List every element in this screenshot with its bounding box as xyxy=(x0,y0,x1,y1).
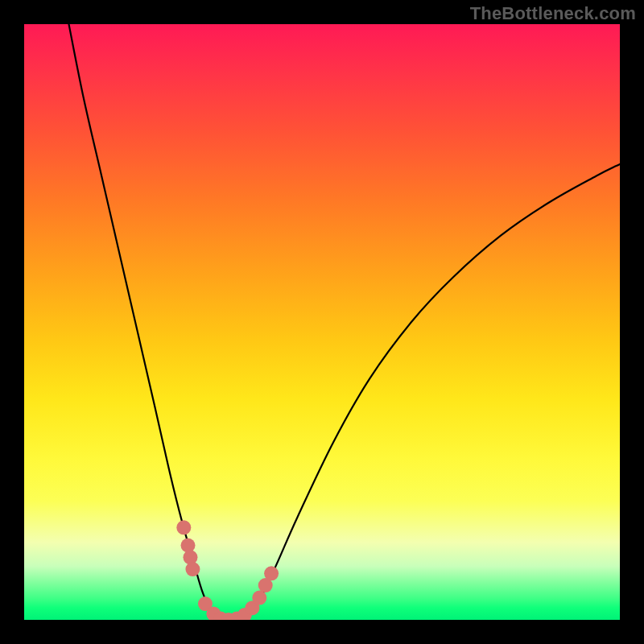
bottleneck-curve xyxy=(69,24,621,620)
watermark-text: TheBottleneck.com xyxy=(470,3,636,24)
curve-marker xyxy=(181,539,196,553)
curve-marker xyxy=(183,550,197,564)
curve-marker xyxy=(176,520,191,535)
marker-group xyxy=(176,520,279,620)
curve-marker xyxy=(252,591,266,605)
chart-frame: TheBottleneck.com xyxy=(0,0,644,644)
curve-layer xyxy=(24,24,620,620)
curve-marker xyxy=(185,562,200,576)
curve-marker xyxy=(264,566,279,580)
